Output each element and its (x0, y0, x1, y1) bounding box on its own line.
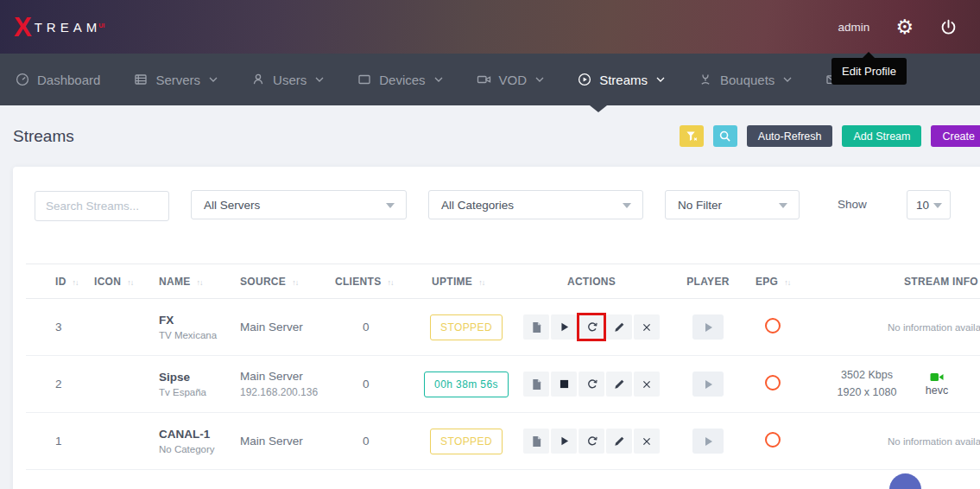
stream-info-text: No information available (812, 436, 980, 447)
player-preview-button[interactable] (692, 372, 724, 397)
stream-name: Sipse (159, 371, 227, 384)
copy-stream-button[interactable] (523, 372, 549, 397)
nav-item-bouquets[interactable]: Bouquets (699, 73, 792, 87)
chevron-down-icon (535, 77, 544, 82)
stream-epg-cell (747, 413, 799, 470)
nav-item-dashboard[interactable]: Dashboard (16, 73, 100, 87)
epg-status-icon[interactable] (765, 432, 781, 448)
close-icon (642, 436, 652, 447)
stream-actions-cell (514, 413, 669, 470)
stream-player-cell (669, 356, 747, 413)
restart-stream-button[interactable] (579, 429, 604, 454)
server-filter-select[interactable]: All Servers (191, 190, 407, 219)
chevron-down-icon (209, 77, 218, 82)
chevron-down-icon (783, 77, 792, 82)
search-streams-input[interactable] (35, 191, 169, 221)
copy-stream-button[interactable] (523, 429, 549, 454)
clear-filter-button[interactable] (680, 125, 704, 147)
stop-stream-button[interactable] (551, 372, 577, 397)
table-header-row: ID↑↓ ICON↑↓ NAME↑↓ SOURCE↑↓ CLIENTS↑↓ UP… (26, 264, 980, 299)
edit-stream-button[interactable] (606, 314, 632, 340)
source-server: Main Server (240, 321, 322, 333)
stream-clients: 0 (322, 299, 419, 356)
nav-item-streams[interactable]: Streams (578, 73, 665, 87)
active-nav-caret (590, 105, 607, 112)
logo-superscript: UI (98, 22, 104, 29)
player-preview-button[interactable] (692, 314, 724, 340)
settings-gear-icon[interactable]: ⚙ (895, 17, 914, 37)
page-size-select[interactable]: 10 (907, 190, 951, 219)
stream-source-cell: Main Server (227, 413, 322, 470)
username-label[interactable]: admin (838, 21, 870, 34)
auto-refresh-button[interactable]: Auto-Refresh (747, 125, 833, 147)
filters-bar: All Servers All Categories No Filter Sho… (13, 167, 980, 264)
restart-stream-button[interactable] (579, 372, 604, 397)
epg-status-icon[interactable] (765, 375, 781, 391)
nav-item-servers[interactable]: Servers (134, 73, 218, 87)
delete-stream-button[interactable] (634, 429, 660, 454)
col-header-id[interactable]: ID↑↓ (26, 264, 81, 299)
nav-item-users[interactable]: Users (251, 73, 324, 87)
stream-clients: 0 (322, 413, 419, 470)
refresh-icon (586, 378, 597, 390)
status-filter-select[interactable]: No Filter (665, 190, 800, 219)
source-ip: 192.168.200.136 (240, 386, 322, 398)
start-stream-button[interactable] (551, 314, 577, 340)
sort-icon[interactable]: ↑↓ (387, 278, 393, 287)
logo-x: X (14, 14, 32, 41)
close-icon (642, 379, 652, 390)
stream-name: CANAL-1 (159, 428, 227, 441)
stream-id: 3 (26, 299, 81, 356)
add-stream-button[interactable]: Add Stream (842, 125, 921, 147)
nav-item-vod[interactable]: VOD (477, 73, 545, 87)
show-label: Show (838, 198, 867, 211)
create-button[interactable]: Create (931, 125, 980, 147)
play-icon (559, 321, 569, 333)
copy-icon (531, 321, 542, 333)
xtream-logo[interactable]: X TREAM UI (14, 14, 104, 41)
table-row: 2 Sipse Tv España Main Server 192.168.20… (26, 356, 980, 413)
col-header-uptime[interactable]: UPTIME↑↓ (419, 264, 514, 299)
col-header-epg[interactable]: EPG↑↓ (747, 264, 799, 299)
stream-player-cell (669, 413, 747, 470)
sort-icon[interactable]: ↑↓ (784, 278, 790, 287)
stream-clients: 0 (322, 356, 419, 413)
search-button[interactable] (713, 125, 737, 147)
sort-icon[interactable]: ↑↓ (292, 278, 298, 287)
edit-stream-button[interactable] (606, 372, 632, 397)
delete-stream-button[interactable] (634, 372, 660, 397)
logout-power-icon[interactable] (939, 18, 958, 36)
sort-icon[interactable]: ↑↓ (197, 278, 203, 287)
source-server: Main Server (240, 435, 322, 448)
stream-uptime-cell: STOPPED (419, 413, 514, 470)
player-preview-button[interactable] (692, 429, 724, 454)
epg-status-icon[interactable] (765, 318, 781, 333)
col-header-name[interactable]: NAME↑↓ (146, 264, 227, 299)
delete-stream-button[interactable] (634, 314, 660, 340)
start-stream-button[interactable] (551, 429, 577, 454)
pencil-icon (614, 435, 625, 447)
sort-icon[interactable]: ↑↓ (127, 278, 133, 287)
stream-name-cell: CANAL-1 No Category (146, 413, 227, 470)
col-header-source[interactable]: SOURCE↑↓ (227, 264, 322, 299)
stream-actions-cell (514, 299, 669, 356)
nav-item-devices[interactable]: Devices (357, 73, 442, 87)
filter-x-icon (686, 130, 698, 143)
stream-category: Tv España (159, 387, 227, 397)
stream-uptime-cell: 00h 38m 56s (419, 356, 514, 413)
col-header-icon[interactable]: ICON↑↓ (81, 264, 146, 299)
stop-icon (560, 379, 569, 389)
edit-stream-button[interactable] (606, 429, 632, 454)
dashboard-gauge-icon (16, 73, 29, 86)
copy-icon (531, 378, 542, 391)
category-filter-select[interactable]: All Categories (428, 190, 643, 219)
col-header-clients[interactable]: CLIENTS↑↓ (322, 264, 419, 299)
copy-stream-button[interactable] (523, 314, 549, 340)
streams-card: All Servers All Categories No Filter Sho… (13, 167, 980, 489)
top-header: X TREAM UI admin ⚙ (0, 0, 980, 54)
stream-info-text: No information available (812, 322, 980, 333)
restart-stream-button[interactable] (579, 314, 604, 340)
sort-icon[interactable]: ↑↓ (478, 278, 484, 287)
stream-icon-cell (81, 413, 146, 470)
sort-icon[interactable]: ↑↓ (73, 278, 79, 287)
